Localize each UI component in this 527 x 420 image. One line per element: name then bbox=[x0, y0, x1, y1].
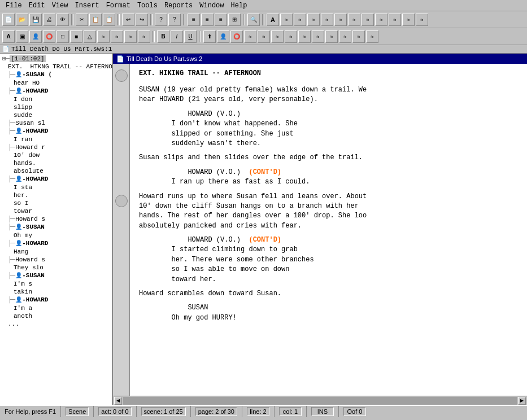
tb2-x7[interactable]: ≈ bbox=[325, 30, 338, 43]
tree-item[interactable]: ├─Susan sl bbox=[1, 119, 111, 127]
tree-item[interactable]: ├─👤-SUSAN bbox=[1, 272, 111, 280]
menu-reports[interactable]: Reports bbox=[161, 1, 196, 10]
tb-align-left[interactable]: ≡ bbox=[188, 14, 200, 26]
tb-btn-e[interactable]: ≈ bbox=[321, 14, 333, 26]
script-area[interactable]: EXT. HIKING TRAIL -- AFTERNOONSUSAN (19 … bbox=[113, 64, 527, 396]
tb2-circle[interactable]: ⭕ bbox=[43, 30, 55, 43]
menu-edit[interactable]: Edit bbox=[25, 1, 49, 10]
tb-open[interactable]: 📂 bbox=[16, 14, 28, 26]
h-scrollbar[interactable]: ◀ ▶ bbox=[113, 396, 527, 405]
tree-item[interactable]: ├─👤-HOWARD bbox=[1, 239, 111, 248]
tb-copy[interactable]: 📋 bbox=[89, 14, 102, 26]
tree-item[interactable]: 10' dow bbox=[1, 151, 111, 159]
tb2-tri[interactable]: △ bbox=[84, 30, 96, 43]
menu-help[interactable]: Help bbox=[228, 1, 251, 10]
tb2-person2[interactable]: 👤 bbox=[217, 30, 229, 43]
menu-format[interactable]: Format bbox=[103, 1, 134, 10]
tb-undo[interactable]: ↩ bbox=[122, 14, 134, 26]
tb2-wave4[interactable]: ≈ bbox=[138, 30, 150, 43]
tb2-circ2[interactable]: ⭕ bbox=[230, 30, 243, 43]
tb-btn-l[interactable]: ≈ bbox=[416, 14, 428, 26]
tb2-x3[interactable]: ≈ bbox=[271, 30, 284, 43]
menu-window[interactable]: Window bbox=[196, 1, 227, 10]
tree-item[interactable]: hear HO bbox=[1, 79, 111, 87]
tb-preview[interactable]: 👁 bbox=[56, 14, 69, 26]
tree-item[interactable]: her. bbox=[1, 191, 111, 199]
tb2-wave2[interactable]: ≈ bbox=[111, 30, 123, 43]
tb-btn-j[interactable]: ≈ bbox=[389, 14, 401, 26]
tree-item[interactable]: absolute bbox=[1, 167, 111, 175]
tb-btn-i[interactable]: ≈ bbox=[375, 14, 387, 26]
tree-item[interactable]: ├─Howard s bbox=[1, 256, 111, 264]
tb2-x10[interactable]: ≈ bbox=[366, 30, 378, 43]
tb-btn-b[interactable]: ≈ bbox=[280, 14, 293, 26]
script-text-area[interactable]: EXT. HIKING TRAIL -- AFTERNOONSUSAN (19 … bbox=[130, 64, 527, 396]
tb-search[interactable]: 🔍 bbox=[247, 14, 260, 26]
tree-item[interactable]: I ran bbox=[1, 135, 111, 143]
tb-align-center[interactable]: ≡ bbox=[201, 14, 214, 26]
tb-help1[interactable]: ? bbox=[155, 14, 167, 26]
tb2-wave3[interactable]: ≈ bbox=[124, 30, 137, 43]
tb-btn-c[interactable]: ≈ bbox=[294, 14, 306, 26]
scroll-left-btn[interactable]: ◀ bbox=[114, 397, 122, 405]
tree-item[interactable]: ├─👤-SUSAN ( bbox=[1, 71, 111, 79]
tree-item[interactable]: Oh my bbox=[1, 231, 111, 239]
tree-item[interactable]: slipp bbox=[1, 103, 111, 111]
tb2-a[interactable]: A bbox=[2, 30, 15, 43]
tb2-fill[interactable]: ■ bbox=[70, 30, 82, 43]
tree-item[interactable]: so I bbox=[1, 199, 111, 207]
tb-save[interactable]: 💾 bbox=[29, 14, 42, 26]
tree-item[interactable]: Hang bbox=[1, 248, 111, 256]
tree-item[interactable]: I sta bbox=[1, 183, 111, 191]
tree-item[interactable]: ├─👤-HOWARD bbox=[1, 296, 111, 304]
tree-item[interactable]: hands. bbox=[1, 159, 111, 167]
tb2-person[interactable]: 👤 bbox=[29, 30, 42, 43]
tree-item[interactable]: ├─👤-HOWARD bbox=[1, 175, 111, 183]
tb2-wave1[interactable]: ≈ bbox=[97, 30, 110, 43]
tb2-x9[interactable]: ≈ bbox=[352, 30, 365, 43]
tb2-x1[interactable]: ≈ bbox=[244, 30, 256, 43]
tb2-x8[interactable]: ≈ bbox=[339, 30, 351, 43]
tb2-x6[interactable]: ≈ bbox=[312, 30, 324, 43]
tb2-rect[interactable]: □ bbox=[56, 30, 69, 43]
tree-item[interactable]: sudde bbox=[1, 111, 111, 119]
menu-view[interactable]: View bbox=[49, 1, 72, 10]
tree-item[interactable]: ├─Howard s bbox=[1, 215, 111, 223]
tree-item[interactable]: ... bbox=[1, 320, 111, 328]
tb-table[interactable]: ⊞ bbox=[228, 14, 241, 26]
tb2-bold[interactable]: B bbox=[157, 30, 169, 43]
tree-item[interactable]: I don bbox=[1, 95, 111, 103]
tb2-box[interactable]: ▣ bbox=[16, 30, 28, 43]
tb-btn-h[interactable]: ≈ bbox=[362, 14, 374, 26]
tb-new[interactable]: 📄 bbox=[2, 14, 15, 26]
tb-print[interactable]: 🖨 bbox=[43, 14, 55, 26]
tb2-x5[interactable]: ≈ bbox=[298, 30, 311, 43]
tree-item[interactable]: ├─Howard r bbox=[1, 143, 111, 151]
tree-item[interactable]: ⊞─[1-01:02] bbox=[1, 55, 111, 63]
tree-item[interactable]: EXT. HTKNG TRAIL -- AFTERNOON bbox=[1, 63, 111, 71]
tb-btn-d[interactable]: ≈ bbox=[307, 14, 320, 26]
tb-align-right[interactable]: ≡ bbox=[215, 14, 227, 26]
tree-item[interactable]: anoth bbox=[1, 312, 111, 320]
menu-file[interactable]: File bbox=[2, 1, 25, 10]
menu-insert[interactable]: Insert bbox=[71, 1, 102, 10]
tree-item[interactable]: ├─👤-HOWARD bbox=[1, 87, 111, 95]
tb-btn-f[interactable]: ≈ bbox=[334, 14, 347, 26]
tb-btn-k[interactable]: ≈ bbox=[402, 14, 415, 26]
tb2-underline[interactable]: U bbox=[184, 30, 197, 43]
tree-item[interactable]: I'm s bbox=[1, 280, 111, 288]
tree-content[interactable]: ⊞─[1-01:02]EXT. HTKNG TRAIL -- AFTERNOON… bbox=[0, 54, 112, 405]
tb-btn-a[interactable]: A bbox=[267, 14, 279, 26]
tree-item[interactable]: I'm a bbox=[1, 304, 111, 312]
tb2-up[interactable]: ⬆ bbox=[203, 30, 216, 43]
tb2-x4[interactable]: ≈ bbox=[285, 30, 297, 43]
scroll-right-btn[interactable]: ▶ bbox=[518, 397, 526, 405]
tree-item[interactable]: ├─👤-SUSAN bbox=[1, 223, 111, 231]
tree-item[interactable]: towar bbox=[1, 207, 111, 215]
tb-paste[interactable]: 📋 bbox=[103, 14, 115, 26]
scroll-track[interactable] bbox=[123, 397, 517, 405]
tb-help2[interactable]: ? bbox=[168, 14, 181, 26]
tb2-x2[interactable]: ≈ bbox=[258, 30, 270, 43]
tree-item[interactable]: ├─👤-HOWARD bbox=[1, 127, 111, 135]
tb-btn-g[interactable]: ≈ bbox=[348, 14, 360, 26]
